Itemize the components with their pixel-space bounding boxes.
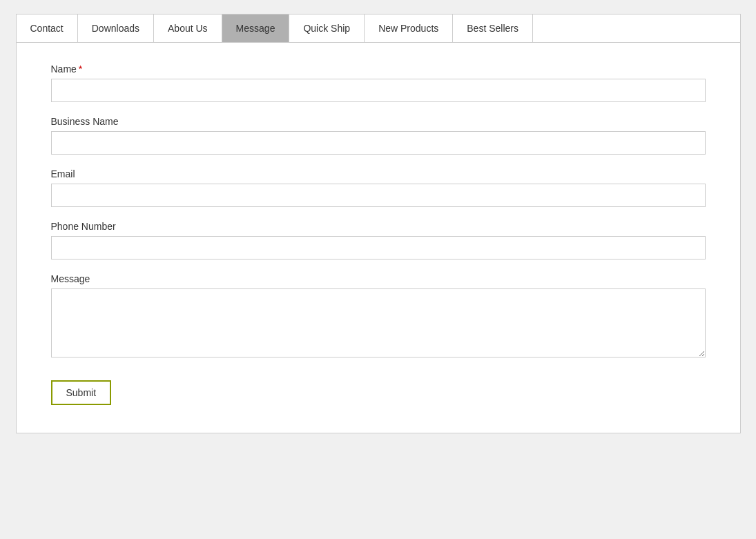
tab-about-us[interactable]: About Us xyxy=(154,14,222,42)
form-container: Name* Business Name Email Phone Number M… xyxy=(17,43,740,433)
email-group: Email xyxy=(51,168,706,207)
main-panel: Contact Downloads About Us Message Quick… xyxy=(16,14,741,433)
name-group: Name* xyxy=(51,63,706,102)
outer-container: Contact Downloads About Us Message Quick… xyxy=(0,0,756,539)
phone-input[interactable] xyxy=(51,236,706,259)
email-input[interactable] xyxy=(51,184,706,207)
business-name-label: Business Name xyxy=(51,116,706,127)
phone-label: Phone Number xyxy=(51,221,706,232)
phone-group: Phone Number xyxy=(51,221,706,259)
tab-downloads[interactable]: Downloads xyxy=(78,14,154,42)
tab-contact[interactable]: Contact xyxy=(17,14,78,42)
message-textarea[interactable] xyxy=(51,288,706,357)
tab-message[interactable]: Message xyxy=(222,14,290,42)
tab-new-products[interactable]: New Products xyxy=(365,14,453,42)
tab-quick-ship[interactable]: Quick Ship xyxy=(289,14,365,42)
message-label: Message xyxy=(51,273,706,284)
business-name-group: Business Name xyxy=(51,116,706,155)
message-group: Message xyxy=(51,273,706,360)
tab-best-sellers[interactable]: Best Sellers xyxy=(453,14,533,42)
email-label: Email xyxy=(51,168,706,179)
submit-button[interactable]: Submit xyxy=(51,380,112,405)
name-label: Name* xyxy=(51,63,706,75)
name-required-star: * xyxy=(79,63,82,75)
name-input[interactable] xyxy=(51,79,706,102)
business-name-input[interactable] xyxy=(51,131,706,155)
tab-bar: Contact Downloads About Us Message Quick… xyxy=(17,14,740,43)
